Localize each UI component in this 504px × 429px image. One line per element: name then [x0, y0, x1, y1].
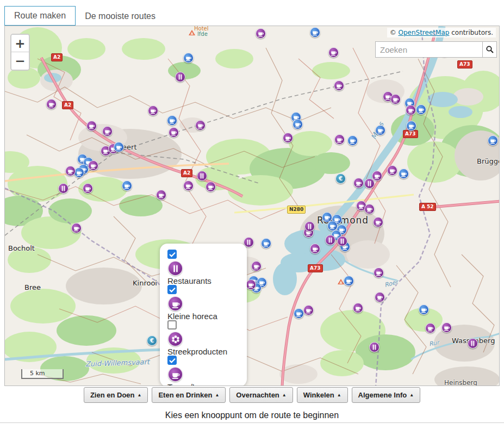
horeca-marker[interactable]	[390, 94, 401, 104]
horeca-marker[interactable]	[372, 171, 382, 181]
blue-poi-marker[interactable]	[122, 181, 132, 191]
horeca-marker[interactable]	[246, 279, 256, 290]
filter-checkbox-kleine-horeca[interactable]	[167, 285, 177, 294]
search-input[interactable]	[375, 41, 483, 58]
menu-button-label: Overnachten	[236, 391, 279, 399]
map-decor	[5, 26, 500, 386]
horeca-marker[interactable]	[83, 183, 93, 194]
euro-poi-marker[interactable]: €	[147, 335, 157, 346]
horeca-marker[interactable]	[169, 127, 179, 138]
blue-poi-marker[interactable]	[294, 308, 304, 319]
euro-poi-marker[interactable]: €	[335, 173, 346, 184]
horeca-marker[interactable]	[156, 190, 166, 200]
restaurant-marker[interactable]	[175, 72, 185, 82]
blue-poi-marker[interactable]	[293, 119, 303, 129]
filter-checkbox-restaurants[interactable]	[167, 250, 177, 259]
horeca-marker[interactable]	[195, 120, 206, 130]
caret-up-icon: ▲	[409, 393, 414, 397]
restaurant-marker[interactable]	[337, 236, 347, 246]
blue-poi-marker[interactable]	[375, 125, 385, 135]
horeca-marker[interactable]	[425, 323, 435, 333]
horeca-marker[interactable]	[353, 303, 363, 313]
zoom-control: + −	[10, 34, 30, 71]
horeca-marker[interactable]	[65, 166, 76, 176]
blue-poi-marker[interactable]	[114, 142, 124, 152]
horeca-marker[interactable]	[283, 133, 293, 143]
filter-checkbox-streekproducten[interactable]	[167, 320, 177, 329]
menu-button-winkelen[interactable]: Winkelen▲	[297, 387, 348, 403]
horeca-marker[interactable]	[441, 322, 452, 333]
blue-poi-marker[interactable]	[416, 104, 426, 115]
tab-de-mooiste-routes[interactable]: De mooiste routes	[76, 7, 165, 26]
openstreetmap-link[interactable]: OpenStreetMap	[399, 29, 450, 36]
menu-button-label: Winkelen	[303, 391, 334, 399]
blue-poi-marker[interactable]	[488, 135, 498, 146]
horeca-marker[interactable]	[373, 217, 383, 227]
blue-poi-marker[interactable]	[344, 276, 354, 286]
bottom-menu: Zien en Doen▲Eten en Drinken▲Overnachten…	[0, 387, 504, 403]
menu-button-algemene-info[interactable]: Algemene Info▲	[352, 387, 421, 403]
restaurant-marker[interactable]	[369, 342, 379, 352]
caret-up-icon: ▲	[138, 393, 142, 397]
menu-button-zien-en-doen[interactable]: Zien en Doen▲	[84, 387, 148, 403]
horeca-marker[interactable]	[310, 244, 320, 254]
svg-text:€: €	[149, 337, 153, 344]
filter-item-terras-lounge: Terras/Lounge	[167, 356, 239, 386]
filter-label-restaurants: Restaurants	[167, 276, 239, 285]
map-canvas[interactable]: BocholtBreeKinrooiWeertRoermondBrüggenWa…	[4, 26, 500, 386]
horeca-marker[interactable]	[206, 182, 216, 192]
blue-poi-marker[interactable]	[310, 27, 320, 38]
filter-item-restaurants: Restaurants	[167, 250, 239, 283]
blue-poi-marker[interactable]	[183, 53, 194, 63]
tab-route-maken[interactable]: Route maken	[4, 6, 76, 26]
flower-icon	[168, 332, 183, 346]
horeca-marker[interactable]	[375, 292, 385, 302]
restaurant-marker[interactable]	[58, 183, 69, 194]
horeca-marker[interactable]	[71, 223, 82, 233]
blue-poi-marker[interactable]	[261, 238, 271, 248]
horeca-marker[interactable]	[334, 134, 345, 145]
horeca-marker[interactable]	[86, 121, 97, 131]
blue-poi-marker[interactable]	[347, 135, 358, 146]
menu-button-overnachten[interactable]: Overnachten▲	[229, 387, 293, 403]
restaurant-marker[interactable]	[325, 235, 335, 245]
horeca-marker[interactable]	[251, 261, 262, 271]
blue-poi-marker[interactable]	[406, 121, 416, 131]
zoom-in-button[interactable]: +	[11, 35, 29, 52]
horeca-marker[interactable]	[102, 126, 113, 136]
horeca-marker[interactable]	[148, 105, 158, 116]
restaurant-marker[interactable]	[468, 338, 478, 349]
filter-label-kleine-horeca: Kleine horeca	[167, 312, 239, 321]
horeca-marker[interactable]	[46, 99, 57, 109]
bottom-divider	[0, 422, 504, 423]
status-bar: Kies een knooppunt om de route te beginn…	[0, 406, 504, 420]
zoom-out-button[interactable]: −	[11, 52, 29, 70]
horeca-marker[interactable]	[88, 160, 98, 171]
blue-poi-marker[interactable]	[419, 304, 429, 315]
horeca-marker[interactable]	[328, 47, 339, 58]
horeca-marker[interactable]	[374, 268, 384, 278]
horeca-marker[interactable]	[406, 105, 416, 115]
search-box	[375, 41, 497, 58]
horeca-marker[interactable]	[303, 305, 314, 315]
horeca-marker[interactable]	[353, 178, 364, 188]
scale-bar: 5 km	[21, 369, 64, 379]
menu-button-label: Zien en Doen	[90, 391, 135, 399]
blue-poi-marker[interactable]	[167, 115, 177, 126]
horeca-marker[interactable]	[334, 80, 344, 91]
caret-up-icon: ▲	[282, 393, 287, 397]
horeca-marker[interactable]	[364, 204, 375, 214]
blue-poi-marker[interactable]	[399, 169, 409, 179]
menu-button-eten-en-drinken[interactable]: Eten en Drinken▲	[152, 387, 226, 403]
horeca-marker[interactable]	[183, 181, 194, 191]
search-button[interactable]	[483, 41, 497, 58]
restaurant-marker[interactable]	[304, 221, 315, 232]
horeca-marker[interactable]	[387, 165, 397, 176]
filter-checkbox-terras-lounge[interactable]	[167, 356, 177, 365]
restaurant-marker[interactable]	[197, 171, 207, 181]
status-text: Kies een knooppunt om de route te beginn…	[165, 411, 339, 420]
blue-poi-marker[interactable]	[327, 221, 338, 231]
attribution-suffix: contributors.	[449, 29, 493, 36]
fork-icon	[168, 261, 183, 276]
horeca-marker[interactable]	[256, 28, 266, 39]
